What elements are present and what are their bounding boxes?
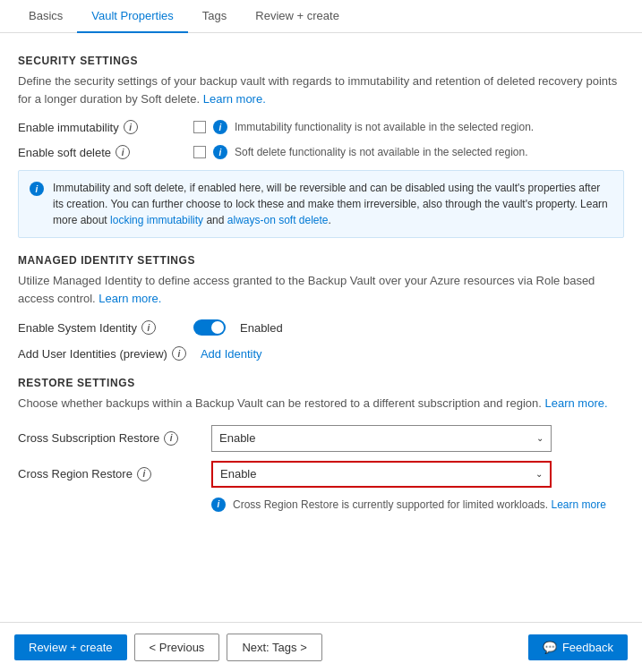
add-user-identities-info-icon[interactable]: i — [172, 346, 186, 361]
immutability-unavailable-info-icon[interactable]: i — [213, 120, 227, 134]
restore-settings-title: RESTORE SETTINGS — [18, 377, 624, 389]
enable-soft-delete-row: Enable soft delete i i Soft delete funct… — [18, 145, 624, 159]
managed-identity-desc: Utilize Managed Identity to define acces… — [18, 272, 624, 307]
next-tags-button[interactable]: Next: Tags > — [227, 634, 321, 661]
feedback-icon: 💬 — [543, 641, 557, 654]
enable-system-identity-row: Enable System Identity i Enabled — [18, 319, 624, 336]
cross-subscription-restore-row: Cross Subscription Restore i Enable ⌄ — [18, 425, 624, 452]
managed-identity-learn-more-link[interactable]: Learn more. — [98, 292, 161, 305]
footer: Review + create < Previous Next: Tags > … — [0, 622, 642, 672]
tabs-bar: Basics Vault Properties Tags Review + cr… — [0, 0, 642, 33]
add-identity-link[interactable]: Add Identity — [201, 347, 262, 361]
managed-identity-section: MANAGED IDENTITY SETTINGS Utilize Manage… — [18, 254, 624, 361]
security-settings-title: SECURITY SETTINGS — [18, 55, 624, 67]
system-identity-toggle[interactable] — [193, 319, 226, 336]
cross-subscription-restore-value: Enable — [219, 431, 255, 445]
system-identity-info-icon[interactable]: i — [141, 320, 156, 335]
security-info-box: i Immutability and soft delete, if enabl… — [18, 170, 624, 238]
enable-immutability-checkbox[interactable] — [193, 121, 206, 133]
system-identity-right: Enabled — [193, 319, 283, 336]
tab-tags[interactable]: Tags — [188, 0, 241, 33]
system-identity-toggle-label: Enabled — [240, 321, 283, 335]
security-info-box-icon: i — [30, 182, 44, 196]
tab-basics[interactable]: Basics — [14, 0, 77, 33]
main-content: SECURITY SETTINGS Define the security se… — [0, 33, 642, 622]
previous-button[interactable]: < Previous — [134, 634, 220, 661]
add-user-identities-row: Add User Identities (preview) i Add Iden… — [18, 346, 624, 361]
feedback-label: Feedback — [562, 641, 613, 654]
security-info-box-text: Immutability and soft delete, if enabled… — [53, 180, 612, 228]
enable-soft-delete-checkbox[interactable] — [193, 146, 206, 158]
enable-soft-delete-info-icon[interactable]: i — [116, 145, 130, 159]
cross-region-restore-value: Enable — [220, 467, 256, 481]
cross-region-info-icon[interactable]: i — [137, 467, 151, 481]
restore-settings-section: RESTORE SETTINGS Choose whether backups … — [18, 377, 624, 513]
immutability-unavailable-text: Immutability functionality is not availa… — [235, 121, 534, 133]
security-settings-section: SECURITY SETTINGS Define the security se… — [18, 55, 624, 238]
cross-region-learn-more-link[interactable]: Learn more — [552, 498, 606, 511]
soft-delete-unavailable-text: Soft delete functionality is not availab… — [235, 146, 528, 158]
cross-region-note-text: Cross Region Restore is currently suppor… — [233, 497, 606, 513]
soft-delete-unavailable-info-icon[interactable]: i — [213, 145, 227, 159]
managed-identity-title: MANAGED IDENTITY SETTINGS — [18, 254, 624, 267]
cross-region-restore-row: Cross Region Restore i Enable ⌄ — [18, 461, 624, 488]
cross-region-note: i Cross Region Restore is currently supp… — [211, 497, 614, 513]
restore-learn-more-link[interactable]: Learn more. — [545, 396, 608, 410]
security-settings-desc: Define the security settings of your bac… — [18, 72, 624, 107]
cross-subscription-restore-dropdown[interactable]: Enable ⌄ — [211, 425, 552, 452]
add-user-identities-label: Add User Identities (preview) i — [18, 346, 186, 361]
add-user-identities-right: Add Identity — [201, 347, 262, 361]
security-learn-more-link[interactable]: Learn more. — [203, 92, 266, 106]
cross-region-restore-label: Cross Region Restore i — [18, 467, 197, 481]
enable-immutability-info-icon[interactable]: i — [124, 120, 138, 134]
tab-vault-properties[interactable]: Vault Properties — [77, 0, 188, 33]
cross-subscription-restore-label: Cross Subscription Restore i — [18, 431, 197, 446]
feedback-button[interactable]: 💬 Feedback — [528, 634, 628, 660]
enable-immutability-label: Enable immutability i — [18, 120, 179, 134]
restore-settings-desc: Choose whether backups within a Backup V… — [18, 395, 624, 413]
enable-system-identity-label: Enable System Identity i — [18, 320, 179, 335]
enable-immutability-row: Enable immutability i i Immutability fun… — [18, 120, 624, 134]
enable-soft-delete-label: Enable soft delete i — [18, 145, 179, 159]
enable-soft-delete-right: i Soft delete functionality is not avail… — [193, 145, 528, 159]
cross-region-restore-dropdown[interactable]: Enable ⌄ — [211, 461, 552, 488]
tab-review-create[interactable]: Review + create — [241, 0, 354, 33]
enable-immutability-right: i Immutability functionality is not avai… — [193, 120, 534, 134]
locking-immutability-link[interactable]: locking immutability — [110, 214, 203, 226]
cross-subscription-info-icon[interactable]: i — [164, 431, 178, 446]
cross-subscription-chevron-icon: ⌄ — [536, 433, 544, 443]
always-on-soft-delete-link[interactable]: always-on soft delete — [227, 214, 329, 226]
cross-region-chevron-icon: ⌄ — [535, 469, 543, 479]
review-create-button[interactable]: Review + create — [14, 634, 127, 660]
cross-region-note-icon: i — [211, 498, 226, 512]
